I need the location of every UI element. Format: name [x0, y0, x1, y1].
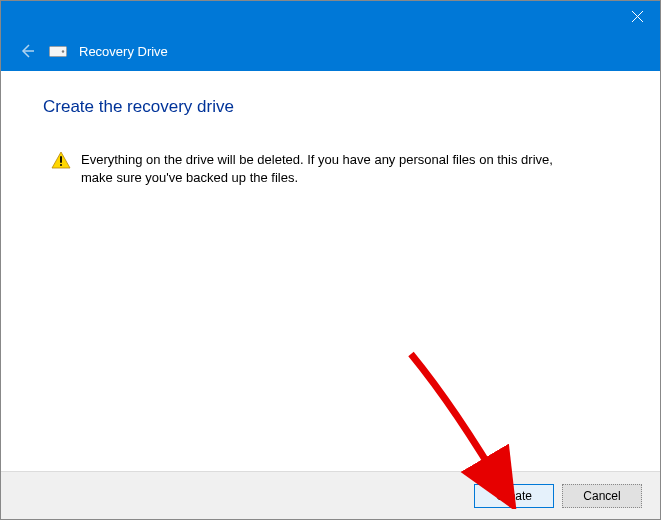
warning-row: Everything on the drive will be deleted.… [43, 151, 618, 187]
header-title: Recovery Drive [79, 44, 168, 59]
titlebar [1, 1, 660, 31]
warning-icon [51, 151, 71, 173]
close-button[interactable] [615, 1, 660, 31]
create-button[interactable]: Create [474, 484, 554, 508]
svg-point-7 [60, 164, 62, 166]
back-button[interactable] [15, 39, 39, 63]
drive-icon [49, 45, 67, 57]
svg-point-4 [62, 50, 64, 52]
cancel-button[interactable]: Cancel [562, 484, 642, 508]
page-title: Create the recovery drive [43, 97, 618, 117]
warning-text: Everything on the drive will be deleted.… [81, 151, 578, 187]
footer: Create Cancel [1, 471, 660, 519]
content-area: Create the recovery drive Everything on … [1, 71, 660, 471]
header: Recovery Drive [1, 31, 660, 71]
back-arrow-icon [18, 42, 36, 60]
close-icon [632, 11, 643, 22]
